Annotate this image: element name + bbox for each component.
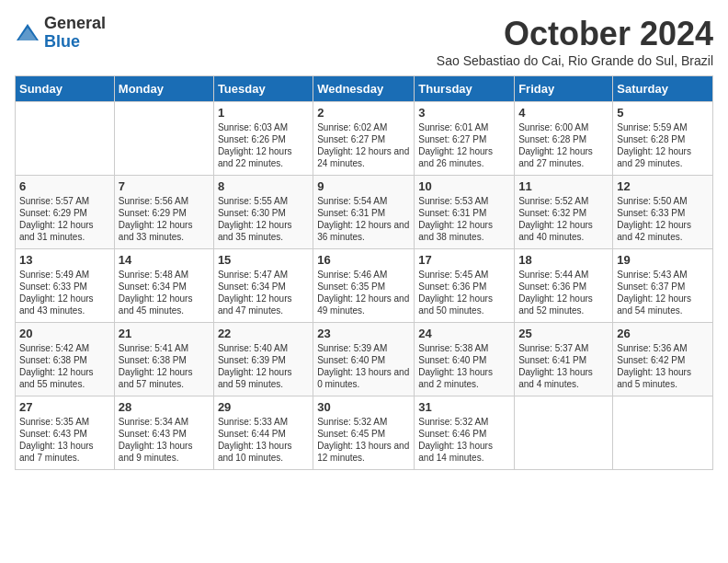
cell-day-number: 10 [418,179,510,193]
cell-info: Sunrise: 5:45 AM Sunset: 6:36 PM Dayligh… [418,269,510,316]
calendar-cell: 16Sunrise: 5:46 AM Sunset: 6:35 PM Dayli… [313,249,415,323]
cell-info: Sunrise: 5:57 AM Sunset: 6:29 PM Dayligh… [19,195,110,243]
cell-info: Sunrise: 6:00 AM Sunset: 6:28 PM Dayligh… [518,121,609,169]
cell-day-number: 24 [418,327,510,340]
cell-day-number: 13 [19,253,110,267]
cell-info: Sunrise: 5:43 AM Sunset: 6:37 PM Dayligh… [617,269,709,316]
logo-general: General [44,15,106,33]
calendar-week: 20Sunrise: 5:42 AM Sunset: 6:38 PM Dayli… [16,323,713,396]
cell-day-number: 18 [518,253,609,267]
title-section: October 2024 Sao Sebastiao do Cai, Rio G… [437,15,713,68]
cell-day-number: 31 [418,400,510,414]
cell-day-number: 30 [317,400,410,414]
calendar-cell: 10Sunrise: 5:53 AM Sunset: 6:31 PM Dayli… [415,176,515,249]
calendar-cell: 12Sunrise: 5:50 AM Sunset: 6:33 PM Dayli… [613,176,713,249]
cell-day-number: 27 [19,400,110,414]
calendar-cell: 14Sunrise: 5:48 AM Sunset: 6:34 PM Dayli… [114,249,213,323]
cell-info: Sunrise: 5:50 AM Sunset: 6:33 PM Dayligh… [617,195,709,243]
calendar-cell: 7Sunrise: 5:56 AM Sunset: 6:29 PM Daylig… [114,176,213,249]
logo: General Blue [15,15,106,52]
calendar-header: SundayMondayTuesdayWednesdayThursdayFrid… [16,76,713,102]
cell-info: Sunrise: 5:34 AM Sunset: 6:43 PM Dayligh… [119,416,210,464]
cell-day-number: 7 [119,179,210,193]
cell-day-number: 16 [317,253,410,267]
cell-day-number: 3 [418,106,510,120]
cell-day-number: 23 [317,327,410,340]
cell-day-number: 21 [119,327,210,340]
calendar-cell [613,396,713,470]
cell-day-number: 25 [518,327,609,340]
header-day: Saturday [613,76,713,102]
cell-info: Sunrise: 5:53 AM Sunset: 6:31 PM Dayligh… [418,195,510,243]
cell-day-number: 12 [617,179,709,193]
calendar-week: 13Sunrise: 5:49 AM Sunset: 6:33 PM Dayli… [16,249,713,323]
cell-day-number: 8 [218,179,309,193]
cell-info: Sunrise: 5:49 AM Sunset: 6:33 PM Dayligh… [19,269,110,316]
calendar-cell: 25Sunrise: 5:37 AM Sunset: 6:41 PM Dayli… [515,323,613,396]
calendar-cell: 5Sunrise: 5:59 AM Sunset: 6:28 PM Daylig… [613,102,713,176]
logo-text: General Blue [44,15,106,52]
calendar-body: 1Sunrise: 6:03 AM Sunset: 6:26 PM Daylig… [16,102,713,470]
header-day: Thursday [415,76,515,102]
calendar-cell: 1Sunrise: 6:03 AM Sunset: 6:26 PM Daylig… [213,102,313,176]
calendar-week: 6Sunrise: 5:57 AM Sunset: 6:29 PM Daylig… [16,176,713,249]
calendar-cell: 3Sunrise: 6:01 AM Sunset: 6:27 PM Daylig… [415,102,515,176]
cell-info: Sunrise: 5:52 AM Sunset: 6:32 PM Dayligh… [518,195,609,243]
calendar-week: 1Sunrise: 6:03 AM Sunset: 6:26 PM Daylig… [16,102,713,176]
cell-info: Sunrise: 5:44 AM Sunset: 6:36 PM Dayligh… [518,269,609,316]
cell-day-number: 28 [119,400,210,414]
calendar-cell: 21Sunrise: 5:41 AM Sunset: 6:38 PM Dayli… [114,323,213,396]
calendar-cell: 9Sunrise: 5:54 AM Sunset: 6:31 PM Daylig… [313,176,415,249]
cell-info: Sunrise: 6:01 AM Sunset: 6:27 PM Dayligh… [418,121,510,169]
cell-info: Sunrise: 5:36 AM Sunset: 6:42 PM Dayligh… [617,342,709,390]
calendar-cell: 22Sunrise: 5:40 AM Sunset: 6:39 PM Dayli… [213,323,313,396]
calendar-cell [114,102,213,176]
header-day: Wednesday [313,76,415,102]
calendar-cell: 24Sunrise: 5:38 AM Sunset: 6:40 PM Dayli… [415,323,515,396]
logo-icon [15,20,40,46]
calendar-cell [16,102,115,176]
cell-info: Sunrise: 5:59 AM Sunset: 6:28 PM Dayligh… [617,121,709,169]
cell-day-number: 5 [617,106,709,120]
cell-info: Sunrise: 5:40 AM Sunset: 6:39 PM Dayligh… [218,342,309,390]
cell-info: Sunrise: 5:55 AM Sunset: 6:30 PM Dayligh… [218,195,309,243]
header-day: Sunday [16,76,115,102]
page-header: General Blue October 2024 Sao Sebastiao … [15,15,713,68]
calendar-cell: 20Sunrise: 5:42 AM Sunset: 6:38 PM Dayli… [16,323,115,396]
cell-info: Sunrise: 5:32 AM Sunset: 6:46 PM Dayligh… [418,416,510,464]
cell-info: Sunrise: 6:02 AM Sunset: 6:27 PM Dayligh… [317,121,410,169]
calendar-cell: 27Sunrise: 5:35 AM Sunset: 6:43 PM Dayli… [16,396,115,470]
cell-info: Sunrise: 5:33 AM Sunset: 6:44 PM Dayligh… [218,416,309,464]
calendar-cell: 15Sunrise: 5:47 AM Sunset: 6:34 PM Dayli… [213,249,313,323]
calendar-cell: 19Sunrise: 5:43 AM Sunset: 6:37 PM Dayli… [613,249,713,323]
cell-day-number: 26 [617,327,709,340]
cell-info: Sunrise: 5:32 AM Sunset: 6:45 PM Dayligh… [317,416,410,464]
cell-day-number: 6 [19,179,110,193]
cell-info: Sunrise: 5:35 AM Sunset: 6:43 PM Dayligh… [19,416,110,464]
cell-info: Sunrise: 5:38 AM Sunset: 6:40 PM Dayligh… [418,342,510,390]
calendar-cell: 26Sunrise: 5:36 AM Sunset: 6:42 PM Dayli… [613,323,713,396]
calendar-cell: 13Sunrise: 5:49 AM Sunset: 6:33 PM Dayli… [16,249,115,323]
cell-day-number: 20 [19,327,110,340]
cell-day-number: 14 [119,253,210,267]
cell-day-number: 1 [218,106,309,120]
calendar-cell: 4Sunrise: 6:00 AM Sunset: 6:28 PM Daylig… [515,102,613,176]
cell-info: Sunrise: 5:42 AM Sunset: 6:38 PM Dayligh… [19,342,110,390]
cell-day-number: 2 [317,106,410,120]
header-row: SundayMondayTuesdayWednesdayThursdayFrid… [16,76,713,102]
cell-info: Sunrise: 5:39 AM Sunset: 6:40 PM Dayligh… [317,342,410,390]
header-day: Monday [114,76,213,102]
calendar-cell: 30Sunrise: 5:32 AM Sunset: 6:45 PM Dayli… [313,396,415,470]
cell-day-number: 19 [617,253,709,267]
cell-info: Sunrise: 5:47 AM Sunset: 6:34 PM Dayligh… [218,269,309,316]
calendar-cell: 28Sunrise: 5:34 AM Sunset: 6:43 PM Dayli… [114,396,213,470]
calendar-cell: 29Sunrise: 5:33 AM Sunset: 6:44 PM Dayli… [213,396,313,470]
cell-day-number: 11 [518,179,609,193]
calendar-cell: 18Sunrise: 5:44 AM Sunset: 6:36 PM Dayli… [515,249,613,323]
calendar-cell: 8Sunrise: 5:55 AM Sunset: 6:30 PM Daylig… [213,176,313,249]
cell-day-number: 15 [218,253,309,267]
calendar-cell: 31Sunrise: 5:32 AM Sunset: 6:46 PM Dayli… [415,396,515,470]
cell-info: Sunrise: 5:54 AM Sunset: 6:31 PM Dayligh… [317,195,410,243]
logo-blue: Blue [44,33,106,52]
cell-info: Sunrise: 6:03 AM Sunset: 6:26 PM Dayligh… [218,121,309,169]
